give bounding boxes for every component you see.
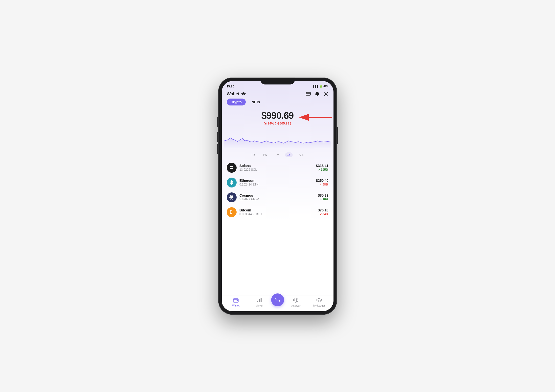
portfolio-section: $990.69 34% ( -$505.89 ) — [222, 106, 333, 126]
solana-value-section: $318.41 195% — [316, 164, 329, 171]
cosmos-info: Cosmos 5.82879 ATOM — [240, 193, 315, 201]
nav-swap[interactable] — [271, 298, 284, 306]
status-icons: ▌▌▌ 🔋 41% — [313, 85, 328, 88]
solana-icon — [227, 163, 237, 173]
ethereum-info: Ethereum 0.152424 ETH — [240, 179, 313, 186]
header-title: Wallet — [227, 91, 246, 97]
nav-wallet[interactable]: Wallet — [224, 298, 248, 307]
filter-1y[interactable]: 1Y — [285, 152, 293, 157]
tab-crypto[interactable]: Crypto — [227, 99, 246, 105]
ethereum-amount: 0.152424 ETH — [240, 183, 313, 186]
nav-market-label: Market — [256, 304, 263, 307]
scene: 15:20 ▌▌▌ 🔋 41% Wallet — [0, 0, 555, 392]
wallet-title: Wallet — [227, 91, 240, 97]
list-item[interactable]: Cosmos 5.82879 ATOM $85.39 10% — [222, 190, 333, 205]
chart-container — [222, 126, 333, 151]
discover-nav-icon — [293, 297, 298, 304]
cosmos-amount: 5.82879 ATOM — [240, 198, 315, 201]
nav-wallet-label: Wallet — [232, 304, 239, 307]
ethereum-value-section: $250.40 58% — [316, 179, 329, 186]
nav-ledger[interactable]: My Ledger — [308, 298, 331, 307]
filter-1w[interactable]: 1W — [261, 152, 269, 157]
down-arrow-icon — [264, 122, 267, 125]
portfolio-change: 34% ( -$505.89 ) — [227, 122, 329, 125]
svg-rect-18 — [261, 298, 262, 302]
solana-change: 195% — [316, 168, 329, 171]
notch — [260, 78, 295, 84]
bitcoin-change: 34% — [318, 212, 329, 216]
card-icon[interactable] — [306, 91, 311, 96]
ledger-nav-icon — [316, 298, 322, 304]
svg-point-9 — [231, 197, 232, 198]
cosmos-value: $85.39 — [318, 193, 329, 197]
ethereum-icon — [227, 178, 237, 187]
bitcoin-value-section: $76.18 34% — [318, 208, 329, 216]
svg-rect-17 — [259, 299, 260, 302]
header-icons — [306, 91, 329, 96]
main-content: $990.69 34% ( -$505.89 ) — [222, 106, 333, 295]
phone-screen: 15:20 ▌▌▌ 🔋 41% Wallet — [222, 81, 333, 311]
solana-value: $318.41 — [316, 164, 329, 168]
svg-point-5 — [325, 93, 327, 95]
cosmos-icon — [227, 192, 237, 202]
battery-percent: 41% — [323, 85, 328, 88]
svg-rect-3 — [306, 92, 311, 95]
svg-marker-8 — [230, 182, 233, 185]
bottom-nav: Wallet Market — [222, 295, 333, 311]
filter-all[interactable]: ALL — [297, 152, 306, 157]
bitcoin-info: Bitcoin 0.00334485 BTC — [240, 208, 315, 216]
svg-point-2 — [243, 93, 244, 94]
settings-icon[interactable] — [324, 91, 329, 96]
solana-name: Solana — [240, 164, 313, 168]
wallet-nav-icon — [233, 298, 239, 304]
market-nav-icon — [257, 298, 262, 304]
eye-icon[interactable] — [241, 91, 246, 96]
phone-shell: 15:20 ▌▌▌ 🔋 41% Wallet — [218, 78, 337, 315]
list-item[interactable]: Ethereum 0.152424 ETH $250.40 58% — [222, 175, 333, 190]
cosmos-change: 10% — [318, 198, 329, 201]
svg-text:₿: ₿ — [230, 210, 232, 215]
header: Wallet — [222, 90, 333, 99]
tabs: Crypto NFTs — [222, 99, 333, 105]
portfolio-value: $990.69 — [227, 110, 329, 121]
bitcoin-name: Bitcoin — [240, 208, 315, 212]
portfolio-chart — [224, 128, 331, 149]
svg-rect-15 — [237, 300, 238, 301]
bitcoin-value: $76.18 — [318, 208, 329, 212]
bell-icon[interactable] — [315, 91, 320, 96]
tab-nfts[interactable]: NFTs — [248, 99, 264, 105]
solana-amount: 13.9226 SOL — [240, 168, 313, 171]
swap-button[interactable] — [271, 293, 284, 306]
nav-discover-label: Discover — [291, 305, 301, 307]
cosmos-value-section: $85.39 10% — [318, 193, 329, 201]
ethereum-change: 58% — [316, 183, 329, 186]
bitcoin-icon: ₿ — [227, 207, 237, 217]
asset-list: Solana 13.9226 SOL $318.41 195% — [222, 159, 333, 295]
time-filters: 1D 1W 1M 1Y ALL — [222, 151, 333, 159]
list-item[interactable]: Solana 13.9226 SOL $318.41 195% — [222, 160, 333, 175]
filter-1m[interactable]: 1M — [273, 152, 281, 157]
nav-discover[interactable]: Discover — [284, 297, 308, 307]
solana-info: Solana 13.9226 SOL — [240, 164, 313, 171]
nav-ledger-label: My Ledger — [313, 304, 325, 307]
nav-market[interactable]: Market — [248, 298, 271, 307]
filter-1d[interactable]: 1D — [249, 152, 257, 157]
battery-icon: 🔋 — [319, 85, 322, 88]
list-item[interactable]: ₿ Bitcoin 0.00334485 BTC $76.18 34% — [222, 205, 333, 220]
cosmos-name: Cosmos — [240, 193, 315, 197]
ethereum-name: Ethereum — [240, 179, 313, 183]
signal-icon: ▌▌▌ — [313, 85, 318, 88]
svg-rect-16 — [257, 301, 258, 302]
status-time: 15:20 — [227, 85, 234, 88]
bitcoin-amount: 0.00334485 BTC — [240, 212, 315, 216]
ethereum-value: $250.40 — [316, 179, 329, 183]
